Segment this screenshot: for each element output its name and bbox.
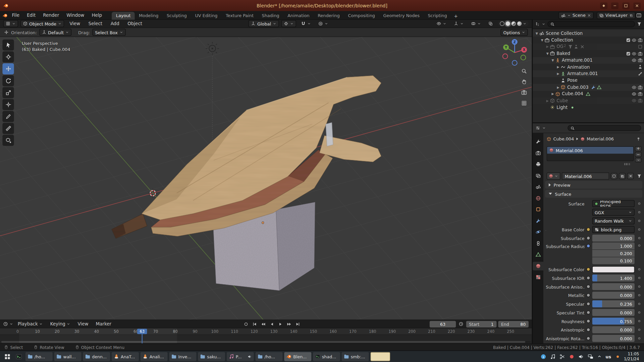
property-slider[interactable]: 1.400 <box>592 275 635 282</box>
taskbar-window-button[interactable]: denn... <box>83 352 110 361</box>
terminal-launcher[interactable] <box>14 352 24 361</box>
topbar-menu[interactable]: Render <box>40 12 62 19</box>
editor-type-button[interactable] <box>3 20 18 27</box>
taskbar-window-button[interactable]: AnaT... <box>112 352 139 361</box>
use-preview-range-icon[interactable] <box>459 322 463 326</box>
workspace-tab[interactable]: Compositing <box>344 12 379 19</box>
snap-toggle[interactable] <box>299 20 313 27</box>
radius-y-field[interactable]: 0.200 <box>592 250 635 257</box>
viewport-canvas[interactable] <box>0 37 532 319</box>
workspace-tab[interactable]: Rendering <box>314 12 344 19</box>
properties-tab[interactable] <box>533 171 543 180</box>
taskbar-window-button[interactable]: saku... <box>198 352 225 361</box>
workspace-tab[interactable]: Scripting <box>424 12 451 19</box>
current-frame-field[interactable]: 63 <box>430 321 456 327</box>
fake-user-button[interactable] <box>611 173 618 179</box>
animate-decorator[interactable] <box>637 329 642 331</box>
property-slider[interactable]: 0.755 <box>592 318 635 325</box>
outliner-row[interactable]: ▼ Baked <box>533 50 644 57</box>
disclosure-caret[interactable]: ▼ <box>534 32 539 35</box>
play-button[interactable] <box>277 321 284 327</box>
network-tray-icon[interactable] <box>588 354 594 359</box>
timeline-editor-icon[interactable] <box>3 322 8 326</box>
workspace-tab[interactable]: Geometry Nodes <box>379 12 424 19</box>
disclosure-caret[interactable]: ▶ <box>556 65 561 69</box>
info-tray-icon[interactable] <box>541 354 546 359</box>
color-swatch-window-button[interactable] <box>370 352 390 361</box>
properties-tab[interactable] <box>533 137 543 146</box>
add-slot-button[interactable]: + <box>635 146 642 151</box>
eye-icon[interactable] <box>632 38 636 43</box>
jump-to-start-button[interactable] <box>251 321 258 327</box>
camera-icon[interactable] <box>638 92 642 96</box>
tool-button[interactable] <box>2 75 14 86</box>
disclosure-caret[interactable]: ▶ <box>545 45 550 49</box>
eye-icon[interactable] <box>632 58 636 63</box>
viewport-menu[interactable]: Add <box>108 20 122 27</box>
minimize-button[interactable] <box>611 2 619 9</box>
outliner-row[interactable]: ▶ Animation <box>533 64 644 70</box>
properties-tab[interactable] <box>533 239 543 248</box>
mode-dropdown[interactable]: Object Mode <box>20 20 64 27</box>
bone-gizmo[interactable] <box>326 122 333 146</box>
property-slider[interactable]: 0.000 <box>592 335 635 342</box>
tool-button[interactable] <box>2 63 14 74</box>
animate-decorator[interactable] <box>637 320 642 322</box>
material-name-field[interactable]: Material.006 <box>562 173 609 180</box>
base-color-texture-field[interactable]: block.png <box>592 226 635 233</box>
gizmos-dropdown[interactable] <box>451 20 466 27</box>
chevron-down-icon[interactable] <box>523 22 527 25</box>
property-slider[interactable]: 0.000 <box>592 292 635 299</box>
axis-y-neg-ball[interactable] <box>521 55 526 60</box>
navigation-gizmo[interactable]: Z Y X <box>499 37 530 68</box>
next-keyframe-button[interactable] <box>285 321 293 327</box>
slot-specials-button[interactable] <box>635 158 642 162</box>
disclosure-caret[interactable]: ▶ <box>545 99 550 103</box>
unlink-material-button[interactable] <box>627 173 634 179</box>
topbar-menu[interactable]: Edit <box>23 12 39 19</box>
bone-icon[interactable] <box>638 71 642 76</box>
outliner-row[interactable]: ▶ OG 2 <box>533 44 644 50</box>
properties-tab[interactable] <box>533 205 543 214</box>
taskbar-window-button[interactable]: Anali... <box>141 352 168 361</box>
viewlayer-selector[interactable]: ViewLayer <box>597 12 635 19</box>
taskbar-window-button[interactable]: /ho... <box>25 352 53 361</box>
axis-z-neg-ball[interactable] <box>512 60 517 65</box>
xray-toggle[interactable] <box>486 20 495 27</box>
disclosure-caret[interactable]: ▼ <box>550 58 555 62</box>
taskbar-window-button[interactable]: wall... <box>54 352 82 361</box>
workspace-tab[interactable]: Modeling <box>135 12 163 19</box>
drag-dropdown[interactable]: Select Box <box>93 29 125 36</box>
animate-decorator[interactable] <box>637 268 642 270</box>
animate-decorator[interactable] <box>637 294 642 296</box>
maximize-button[interactable] <box>622 2 630 9</box>
material-slot[interactable]: Material.006 <box>547 147 633 154</box>
tool-button[interactable] <box>2 87 14 98</box>
taskbar-window-button[interactable]: shad... <box>313 352 340 361</box>
viewport-menu[interactable]: Select <box>86 20 105 27</box>
properties-search-input[interactable] <box>568 125 641 131</box>
distribution-select[interactable]: GGX <box>592 209 635 216</box>
outliner-row[interactable]: ▼ Armature.001 <box>533 57 644 64</box>
solid-shading-button[interactable] <box>505 21 510 26</box>
eye-icon[interactable] <box>632 85 636 89</box>
filter-icon[interactable] <box>637 174 641 178</box>
disclosure-caret[interactable]: ▶ <box>550 92 555 96</box>
bellows-model[interactable] <box>112 76 381 238</box>
keep-above-button[interactable] <box>600 2 607 9</box>
tool-button[interactable] <box>2 123 14 134</box>
keyboard-layout-indicator[interactable]: us <box>605 354 611 359</box>
taskbar-window-button[interactable]: /ho... <box>256 352 283 361</box>
orientation-dropdown[interactable]: Default <box>39 29 71 36</box>
properties-tab[interactable] <box>533 261 543 270</box>
unlink-icon[interactable] <box>587 13 591 17</box>
disclosure-caret[interactable]: ▶ <box>556 85 561 89</box>
properties-editor-icon[interactable] <box>536 126 540 130</box>
property-slider[interactable]: 0.236 <box>592 300 635 307</box>
options-dropdown[interactable]: Options <box>501 29 528 36</box>
timeline-menu[interactable]: Marker <box>93 320 114 327</box>
clock[interactable]: 11:05 1/21/24 <box>624 352 639 361</box>
checkbox-icon[interactable] <box>626 51 631 56</box>
topbar-menu[interactable]: File <box>9 12 23 19</box>
tool-button[interactable] <box>2 111 14 122</box>
